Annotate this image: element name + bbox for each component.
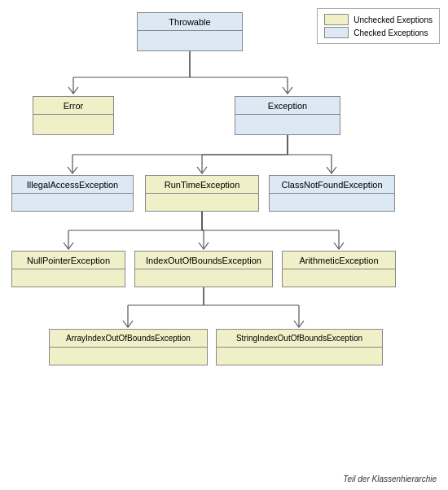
illegal-access-box: IllegalAccessException — [11, 175, 134, 212]
arrows-svg — [0, 0, 448, 490]
null-pointer-label: NullPointerException — [12, 252, 125, 269]
error-label: Error — [33, 97, 113, 115]
array-index-oob-box: ArrayIndexOutOfBoundsException — [49, 329, 208, 365]
error-body — [33, 115, 113, 134]
illegal-access-body — [12, 194, 133, 211]
class-not-found-label: ClassNotFoundException — [270, 176, 394, 194]
index-oob-label: IndexOutOfBoundsException — [135, 252, 272, 269]
caption: Teil der Klassenhierarchie — [343, 475, 437, 483]
unchecked-swatch — [324, 14, 349, 25]
string-index-oob-label: StringIndexOutOfBoundsException — [217, 330, 382, 348]
runtime-exception-label: RunTimeException — [146, 176, 258, 194]
index-oob-box: IndexOutOfBoundsException — [134, 251, 273, 287]
null-pointer-body — [12, 269, 125, 287]
exception-label: Exception — [235, 97, 340, 115]
string-index-oob-box: StringIndexOutOfBoundsException — [216, 329, 383, 365]
array-index-oob-label: ArrayIndexOutOfBoundsException — [50, 330, 207, 348]
runtime-exception-box: RunTimeException — [145, 175, 259, 212]
index-oob-body — [135, 269, 272, 287]
legend: Unchecked Exeptions Checked Exceptions — [317, 8, 440, 44]
checked-swatch — [324, 27, 349, 38]
throwable-label: Throwable — [138, 13, 242, 31]
diagram: Throwable Error Exception IllegalAccessE… — [0, 0, 448, 490]
illegal-access-label: IllegalAccessException — [12, 176, 133, 194]
exception-box: Exception — [235, 96, 340, 135]
class-not-found-box: ClassNotFoundException — [269, 175, 395, 212]
string-index-oob-body — [217, 348, 382, 365]
throwable-box: Throwable — [137, 12, 243, 51]
legend-unchecked: Unchecked Exeptions — [324, 14, 433, 25]
exception-body — [235, 115, 340, 134]
unchecked-label: Unchecked Exeptions — [354, 15, 433, 24]
null-pointer-box: NullPointerException — [11, 251, 125, 287]
array-index-oob-body — [50, 348, 207, 365]
runtime-exception-body — [146, 194, 258, 211]
arithmetic-label: ArithmeticException — [283, 252, 395, 269]
legend-checked: Checked Exceptions — [324, 27, 433, 38]
class-not-found-body — [270, 194, 394, 211]
arithmetic-box: ArithmeticException — [282, 251, 396, 287]
error-box: Error — [33, 96, 114, 135]
checked-label: Checked Exceptions — [354, 28, 428, 37]
arithmetic-body — [283, 269, 395, 287]
throwable-body — [138, 31, 242, 50]
